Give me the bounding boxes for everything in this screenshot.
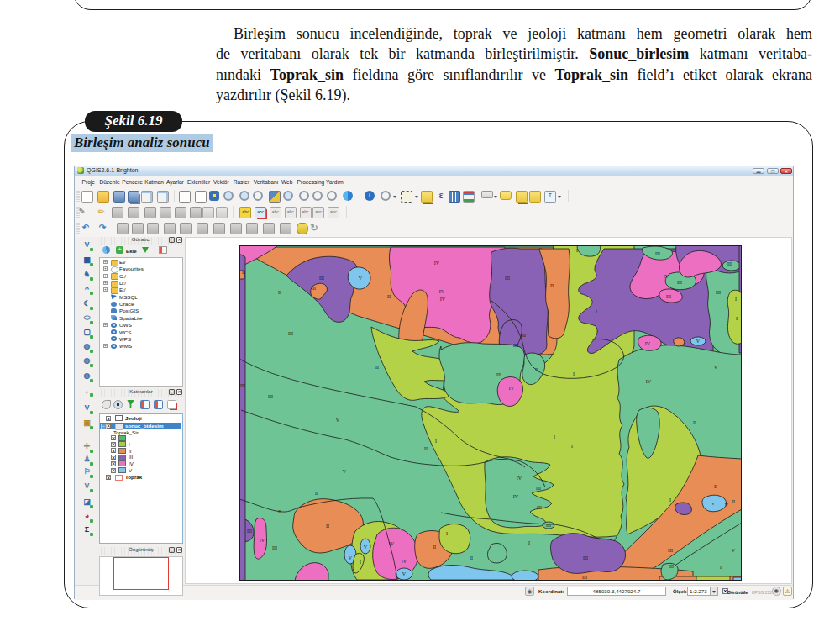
svg-text:IV: IV xyxy=(517,476,522,481)
svg-text:III: III xyxy=(240,383,245,388)
svg-text:II: II xyxy=(375,365,379,370)
svg-text:I: I xyxy=(528,540,530,545)
svg-text:II: II xyxy=(326,524,329,529)
svg-text:I: I xyxy=(720,565,722,570)
svg-text:III: III xyxy=(288,331,293,336)
svg-text:V: V xyxy=(714,365,718,370)
svg-text:III: III xyxy=(496,372,501,377)
svg-text:V: V xyxy=(359,276,363,281)
svg-text:II: II xyxy=(535,367,538,372)
svg-text:IV: IV xyxy=(439,289,445,294)
svg-text:III: III xyxy=(716,290,721,295)
svg-text:II: II xyxy=(387,294,391,299)
svg-text:IV: IV xyxy=(260,538,265,543)
svg-text:III: III xyxy=(268,394,273,399)
svg-text:v: v xyxy=(712,501,715,506)
svg-text:II: II xyxy=(278,290,281,295)
svg-text:I: I xyxy=(554,434,555,439)
svg-text:IV: IV xyxy=(646,379,652,384)
svg-text:II: II xyxy=(278,509,281,514)
svg-text:IV: IV xyxy=(402,559,407,564)
svg-text:IV: IV xyxy=(389,541,395,546)
svg-text:III: III xyxy=(677,280,682,285)
svg-text:I: I xyxy=(571,444,573,449)
svg-text:II: II xyxy=(550,283,554,288)
svg-text:I: I xyxy=(669,497,671,503)
svg-text:III: III xyxy=(583,555,588,560)
svg-text:V: V xyxy=(696,339,701,344)
svg-text:II: II xyxy=(732,499,735,504)
svg-text:II: II xyxy=(312,286,316,291)
svg-text:I: I xyxy=(596,309,597,314)
svg-text:I: I xyxy=(446,531,448,536)
svg-text:III: III xyxy=(669,564,674,569)
svg-text:II: II xyxy=(693,420,696,425)
svg-text:IV: IV xyxy=(434,261,440,266)
svg-text:III: III xyxy=(521,333,526,338)
svg-text:II: II xyxy=(242,270,245,275)
svg-text:V: V xyxy=(343,469,347,474)
svg-text:I: I xyxy=(576,248,578,253)
svg-text:III: III xyxy=(727,261,732,266)
svg-text:IV: IV xyxy=(513,494,519,499)
svg-text:I: I xyxy=(736,316,738,321)
svg-text:I: I xyxy=(573,371,575,376)
svg-text:II: II xyxy=(315,491,318,496)
svg-text:III: III xyxy=(513,343,518,348)
svg-text:II: II xyxy=(470,555,473,560)
svg-text:III: III xyxy=(536,486,541,491)
svg-text:III: III xyxy=(655,251,660,256)
svg-text:III: III xyxy=(582,575,587,580)
svg-text:III: III xyxy=(272,545,277,550)
svg-text:III: III xyxy=(546,523,551,528)
svg-text:II: II xyxy=(433,545,436,550)
svg-text:III: III xyxy=(247,529,252,534)
svg-text:V: V xyxy=(402,571,407,576)
svg-text:V: V xyxy=(349,555,353,560)
svg-text:IV: IV xyxy=(509,386,515,391)
svg-text:III: III xyxy=(537,505,542,510)
svg-text:I: I xyxy=(435,439,437,444)
svg-text:IV: IV xyxy=(664,274,669,279)
svg-text:II: II xyxy=(714,484,717,489)
svg-text:IV: IV xyxy=(645,341,651,346)
svg-text:III: III xyxy=(319,276,324,281)
svg-text:III: III xyxy=(666,294,671,299)
svg-text:V: V xyxy=(336,418,340,423)
svg-text:III: III xyxy=(668,548,673,553)
svg-text:V: V xyxy=(732,548,736,553)
svg-text:I: I xyxy=(360,560,361,565)
svg-text:II: II xyxy=(424,446,428,451)
svg-text:V: V xyxy=(725,503,729,508)
svg-text:IV: IV xyxy=(440,297,446,302)
svg-text:III: III xyxy=(505,276,510,281)
svg-text:I: I xyxy=(735,297,737,302)
svg-text:V: V xyxy=(364,545,368,550)
